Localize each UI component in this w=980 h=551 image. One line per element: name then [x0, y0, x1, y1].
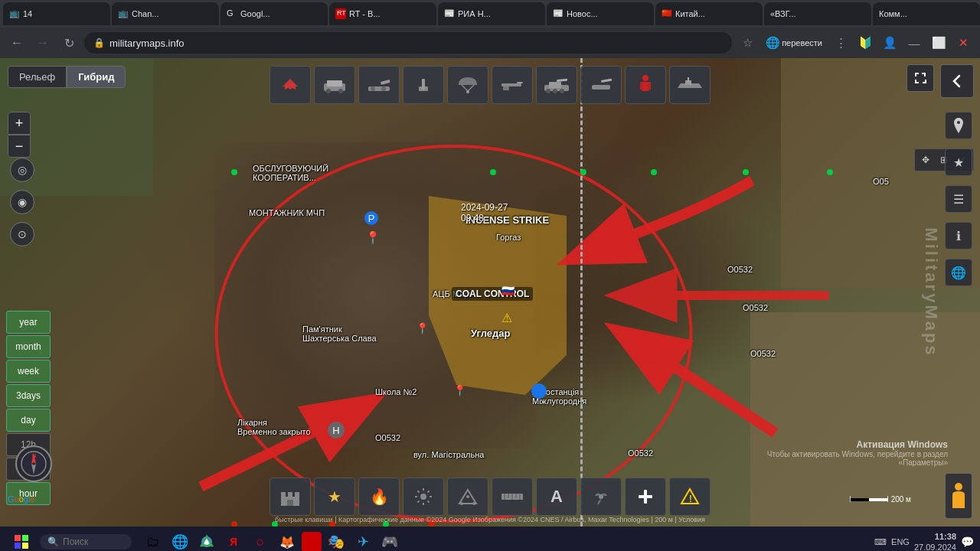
taskbar-app-edge[interactable]: 🌐 [168, 530, 192, 551]
front-dot-4 [651, 169, 657, 175]
blue-circle-marker[interactable] [531, 383, 547, 399]
menu-button[interactable]: ☰ [945, 185, 972, 213]
minimize-button[interactable]: — [903, 32, 925, 54]
time-3days-button[interactable]: 3days [6, 384, 51, 407]
taskbar-app-telegram[interactable]: ✈ [351, 530, 375, 551]
svg-rect-28 [640, 82, 643, 90]
artillery-button[interactable] [358, 66, 400, 104]
mortar-button[interactable] [403, 66, 444, 104]
clock-button[interactable]: ⊙ [10, 222, 34, 246]
location-pin-1[interactable]: 📍 [365, 230, 381, 245]
rifle-button[interactable] [492, 66, 533, 104]
back-nav-button[interactable]: ← [6, 32, 28, 54]
lock-icon: 🔒 [93, 37, 105, 48]
svg-point-9 [381, 86, 386, 91]
svg-rect-36 [287, 500, 293, 506]
globe-button[interactable]: 🌐 [945, 259, 972, 286]
tab-komm[interactable]: Комм... [873, 2, 980, 25]
svg-rect-61 [22, 535, 28, 541]
anti-tank-button[interactable] [580, 66, 622, 104]
cross-medic-button[interactable] [625, 478, 666, 516]
compass-circle-button[interactable]: ◉ [10, 190, 34, 214]
tab-china[interactable]: 🇨🇳 Китай... [655, 2, 763, 25]
hybrid-button[interactable]: Гибрид [67, 66, 126, 88]
relief-button[interactable]: Рельеф [8, 66, 67, 88]
soldier-button[interactable] [625, 66, 666, 104]
tab-ria[interactable]: 📰 РИА Н... [438, 2, 545, 25]
reload-button[interactable]: ↻ [58, 32, 80, 54]
taskbar-search-box[interactable]: 🔍 [40, 534, 132, 549]
biohazard-button[interactable] [580, 478, 622, 516]
vehicle-button[interactable] [314, 66, 355, 104]
extension-btn-1[interactable]: 🔰 [854, 32, 876, 54]
location-button[interactable]: ◎ [10, 158, 34, 182]
svg-rect-34 [288, 492, 292, 498]
tab-chan[interactable]: 📺 Chan... [112, 2, 219, 25]
time-week-button[interactable]: week [6, 360, 51, 383]
front-dot-3 [580, 169, 586, 175]
tab-rt[interactable]: RT RT - B... [329, 2, 436, 25]
text-button[interactable]: A [536, 478, 577, 516]
star-bottom-button[interactable]: ★ [314, 478, 355, 516]
location-pin-2[interactable]: 📍 [416, 322, 429, 334]
translate-button[interactable]: 🌐 перевести [761, 32, 827, 54]
taskbar-app-game[interactable]: 🎮 [377, 530, 402, 551]
aircraft-button[interactable] [270, 66, 311, 104]
fire-button[interactable]: 🔥 [358, 478, 400, 516]
hospital-marker[interactable]: H [328, 422, 345, 439]
cog-bottom-button[interactable] [403, 478, 444, 516]
profile-button[interactable]: 👤 [879, 32, 900, 54]
taskbar-app-chrome[interactable] [194, 530, 219, 551]
restore-button[interactable]: ⬜ [928, 32, 949, 54]
pin-location-button[interactable] [945, 112, 972, 139]
compass-navigation-button[interactable]: N [15, 445, 52, 482]
tab-google1[interactable]: G Googl... [220, 2, 328, 25]
warning-bottom-button[interactable]: ! [669, 478, 710, 516]
tab-14[interactable]: 📺 14 [3, 2, 110, 25]
search-input[interactable] [63, 536, 124, 547]
scale-bar: 200 м [850, 494, 911, 504]
tab-vzg[interactable]: «ВЗГ... [764, 2, 871, 25]
time-day-button[interactable]: day [6, 409, 51, 432]
bookmark-star-button[interactable]: ☆ [737, 32, 758, 54]
tank-button[interactable] [536, 66, 577, 104]
castle-button[interactable] [270, 478, 311, 516]
ship-button[interactable] [669, 66, 710, 104]
taskbar-app-red[interactable] [302, 532, 322, 551]
settings-dots-button[interactable]: ⋮ [830, 32, 851, 54]
taskbar-app-firefox[interactable]: 🦊 [275, 530, 299, 551]
taskbar-app-yandex[interactable]: Я [221, 530, 246, 551]
language-indicator[interactable]: ENG [891, 537, 910, 546]
map-container[interactable]: Рельеф Гибрид + − ◎ ◉ ⊙ year month week … [0, 58, 980, 527]
taskbar-app-discord[interactable]: 🎭 [324, 530, 348, 551]
triangle-button[interactable] [447, 478, 488, 516]
paratrooper-button[interactable] [447, 66, 488, 104]
time-year-button[interactable]: year [6, 311, 51, 334]
notification-icon[interactable]: 💬 [961, 536, 974, 548]
fullscreen-button[interactable] [906, 64, 934, 92]
mini-btn-1[interactable]: ✥ [917, 152, 934, 168]
star-favorite-button[interactable]: ★ [945, 148, 972, 176]
svg-rect-16 [517, 82, 523, 83]
windows-start-button[interactable] [6, 530, 37, 551]
zoom-out-button[interactable]: − [8, 135, 31, 158]
taskbar-app-file-explorer[interactable]: 🗂 [141, 530, 165, 551]
parking-marker[interactable]: P [364, 211, 378, 225]
tab-favicon-14: 📺 [9, 8, 20, 19]
nav-right-buttons: ☆ 🌐 перевести ⋮ 🔰 👤 — ⬜ ✕ [737, 32, 974, 54]
time-month-button[interactable]: month [6, 335, 51, 358]
info-button[interactable]: ℹ [945, 222, 972, 249]
svg-rect-19 [549, 82, 561, 88]
address-bar[interactable]: 🔒 militarymaps.info [84, 32, 732, 54]
taskbar-app-opera[interactable]: ○ [248, 530, 273, 551]
tab-novos[interactable]: 📰 Новос... [547, 2, 654, 25]
close-window-button[interactable]: ✕ [952, 32, 974, 54]
ruler-button[interactable] [492, 478, 533, 516]
person-avatar-button[interactable] [945, 473, 972, 519]
location-pin-3[interactable]: 📍 [453, 384, 466, 396]
zoom-in-button[interactable]: + [8, 112, 31, 135]
forward-nav-button[interactable]: → [32, 32, 54, 54]
svg-point-14 [466, 90, 469, 93]
map-back-button[interactable] [940, 64, 974, 98]
nav-bar: ← → ↻ 🔒 militarymaps.info ☆ 🌐 перевести … [0, 28, 980, 58]
